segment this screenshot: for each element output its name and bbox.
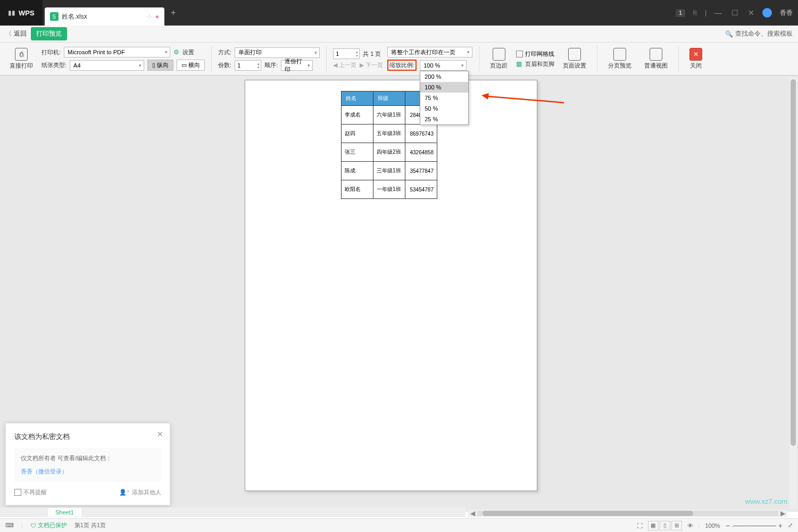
portrait-icon: ▯: [152, 62, 155, 69]
view-page-icon[interactable]: ▯: [660, 521, 670, 530]
page-info-label: 第1页 共1页: [74, 521, 106, 529]
minimize-icon[interactable]: —: [714, 9, 722, 17]
settings-button[interactable]: 设置: [182, 48, 194, 56]
table-row: 赵四五年级3班86976743: [342, 124, 437, 143]
page-break-icon: [613, 48, 626, 61]
landscape-icon: ▭: [181, 62, 187, 69]
printer-label: 打印机:: [41, 48, 61, 56]
view-grid-icon[interactable]: ▦: [648, 521, 659, 530]
popup-owner-link[interactable]: 香香（微信登录）: [21, 468, 155, 476]
expand-icon[interactable]: ⤢: [788, 522, 793, 529]
fullscreen-icon[interactable]: ⛶: [637, 522, 643, 529]
mode-label: 方式:: [218, 48, 231, 56]
fit-select[interactable]: 将整个工作表打印在一页: [387, 47, 472, 57]
add-others-button[interactable]: 👤⁺ 添加其他人: [119, 488, 161, 496]
user-avatar[interactable]: [762, 8, 772, 18]
margins-icon: [493, 48, 505, 61]
doc-protected-status[interactable]: 🛡 文档已保护: [30, 521, 67, 529]
paper-select[interactable]: A4: [70, 60, 144, 71]
close-preview-button[interactable]: ✕ 关闭: [685, 46, 706, 72]
shield-icon: 🛡: [30, 522, 36, 529]
gridlines-checkbox[interactable]: 打印网格线: [516, 50, 554, 58]
table-row: 欧阳名一年级1班53454787: [342, 180, 437, 199]
page-setup-button[interactable]: 页面设置: [559, 46, 591, 72]
table-header: 姓名: [342, 92, 373, 106]
spreadsheet-icon: S: [50, 12, 59, 21]
sheet-tab[interactable]: Sheet1: [48, 508, 81, 517]
prev-page-button: ◀ 上一页: [333, 61, 356, 69]
popup-close-button[interactable]: ✕: [157, 430, 163, 438]
mode-select[interactable]: 单面打印: [235, 47, 320, 58]
maximize-icon[interactable]: ☐: [732, 9, 738, 17]
arrow-left-icon: ◀: [333, 62, 337, 69]
chevron-left-icon: 〈: [5, 29, 12, 38]
zoom-option-25[interactable]: 25 %: [420, 114, 468, 124]
paper-label: 纸张类型:: [41, 61, 66, 69]
apparel-icon[interactable]: ⎘: [693, 9, 697, 16]
order-label: 顺序:: [264, 61, 278, 69]
arrow-right-icon: ▶: [360, 62, 364, 69]
search-icon: 🔍: [725, 30, 733, 38]
wps-logo-icon: ▮▮: [8, 9, 15, 16]
copies-label: 份数:: [218, 61, 231, 69]
scroll-left-icon[interactable]: ◀: [468, 510, 477, 517]
scroll-right-icon[interactable]: ▶: [778, 510, 787, 517]
printer-icon: ⎙: [15, 48, 28, 61]
checkbox-icon: [516, 51, 523, 57]
titlebar: ▮▮ WPS S 姓名.xlsx ⊹ ● + 1 ⎘ | — ☐ ✕ 香香: [0, 0, 798, 26]
page-setup-icon: [568, 48, 581, 61]
tab-close-icon[interactable]: ●: [155, 13, 159, 20]
header-footer-button[interactable]: ▦ 页眉和页脚: [516, 60, 554, 68]
wps-home-tab[interactable]: ▮▮ WPS: [0, 0, 43, 26]
view-split-icon[interactable]: ⊞: [671, 521, 682, 530]
zoom-label: 缩放比例:: [387, 60, 417, 71]
back-button[interactable]: 〈 返回: [5, 29, 27, 38]
notification-badge[interactable]: 1: [676, 9, 685, 17]
page-break-button[interactable]: 分页预览: [604, 46, 636, 72]
username-label: 香香: [780, 9, 793, 18]
new-tab-button[interactable]: +: [164, 8, 182, 18]
normal-view-icon: [650, 48, 662, 61]
margins-button[interactable]: 页边距: [486, 46, 512, 72]
command-search[interactable]: 🔍 查找命令、搜索模板: [725, 29, 793, 38]
add-person-icon: 👤⁺: [119, 489, 130, 496]
zoom-option-200[interactable]: 200 %: [420, 71, 468, 82]
keyboard-icon[interactable]: ⌨: [5, 522, 14, 529]
zoom-option-50[interactable]: 50 %: [420, 103, 468, 114]
private-doc-popup: ✕ 该文档为私密文档 仅文档所有者 可查看/编辑此文档： 香香（微信登录） 不再…: [5, 423, 170, 505]
file-tab[interactable]: S 姓名.xlsx ⊹ ●: [45, 7, 164, 26]
settings-icon: ⚙: [173, 48, 179, 56]
navigation-bar: 〈 返回 打印预览 🔍 查找命令、搜索模板: [0, 26, 798, 43]
header-footer-icon: ▦: [516, 60, 522, 68]
sheet-tabs-bar: Sheet1: [0, 508, 466, 517]
zoom-option-100[interactable]: 100 %: [420, 82, 468, 93]
close-window-icon[interactable]: ✕: [748, 9, 754, 17]
watermark: www.xz7.com: [745, 497, 787, 505]
scrollbar-thumb[interactable]: [483, 511, 693, 516]
zoom-dropdown: 200 % 100 % 75 % 50 % 25 %: [420, 71, 469, 125]
statusbar: ⌨ | 🛡 文档已保护 第1页 共1页 ⛶ ▦ ▯ ⊞ 👁 | 100% − ·…: [0, 518, 798, 532]
page-input[interactable]: 1: [333, 48, 360, 59]
horizontal-scrollbar[interactable]: ◀ ▶: [468, 510, 787, 517]
tab-pin-icon[interactable]: ⊹: [147, 13, 152, 20]
printer-select[interactable]: Microsoft Print to PDF: [64, 47, 170, 57]
order-select[interactable]: 逐份打印: [281, 60, 313, 71]
direct-print-button[interactable]: ⎙ 直接打印: [5, 46, 37, 72]
popup-title: 该文档为私密文档: [14, 432, 161, 442]
zoom-select[interactable]: 100 %: [420, 60, 467, 71]
portrait-button[interactable]: ▯ 纵向: [147, 60, 173, 71]
eye-icon[interactable]: 👁: [687, 522, 693, 529]
checkbox-icon: [14, 489, 21, 496]
print-preview-button[interactable]: 打印预览: [31, 27, 67, 40]
close-icon: ✕: [689, 48, 702, 61]
landscape-button[interactable]: ▭ 横向: [177, 60, 205, 71]
zoom-option-75[interactable]: 75 %: [420, 93, 468, 103]
table-row: 张三四年级2班43264858: [342, 143, 437, 162]
zoom-out-icon[interactable]: − ·──────── +: [726, 521, 783, 530]
copies-input[interactable]: 1: [235, 60, 261, 71]
normal-view-button[interactable]: 普通视图: [640, 46, 672, 72]
zoom-level-label[interactable]: 100%: [705, 522, 720, 529]
no-remind-checkbox[interactable]: 不再提醒: [14, 488, 47, 496]
vertical-scrollbar[interactable]: [789, 77, 797, 509]
scrollbar-thumb[interactable]: [791, 79, 796, 446]
